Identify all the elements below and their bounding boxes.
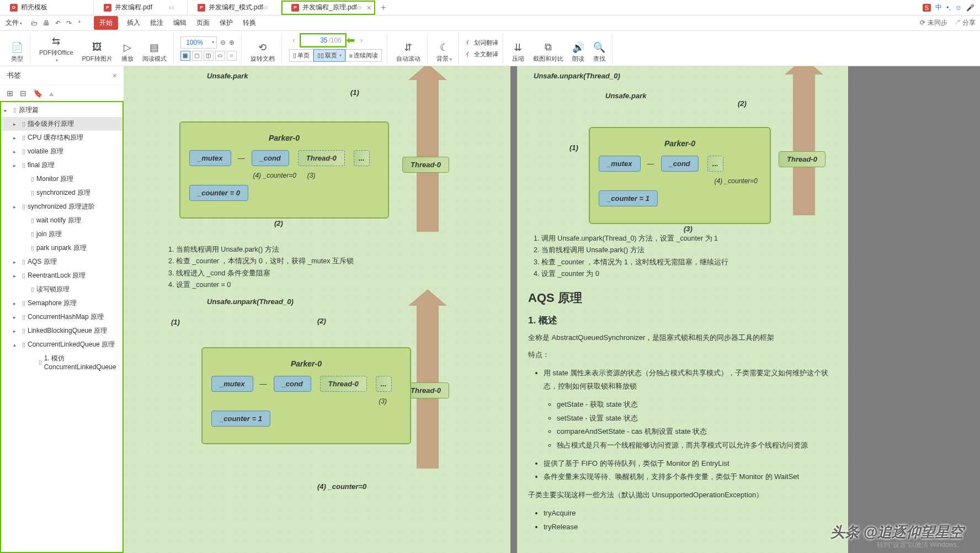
auto-scroll-button[interactable]: ⇵自动滚动 [394,35,423,64]
add-bookmark-icon[interactable]: ⊞ [7,89,13,98]
open-icon[interactable]: 🗁 [31,19,38,27]
mutex-chip: _mutex [599,156,641,172]
bookmark-item[interactable]: ▸▯LinkedBlockingQueue 原理 [0,324,124,338]
chevron-icon[interactable]: ▸ [4,108,11,113]
qat-dropdown-icon[interactable]: ▾ [78,19,81,27]
bookmark-item[interactable]: ▸▯AQS 原理 [0,255,124,269]
compress-button[interactable]: ⇊压缩 [510,35,526,64]
chevron-icon[interactable]: ▸ [13,259,20,265]
chevron-icon[interactable]: ▸ [13,273,20,279]
bookmark-item[interactable]: ▸▯Semaphore 原理 [0,296,124,310]
view-mode-icons: ▦ ▢ ◫ ▭ ○ [180,51,237,61]
ime-smile-icon[interactable]: ☺ [955,4,962,12]
actual-size-icon[interactable]: ◫ [204,51,214,61]
file-menu[interactable]: 文件▾ [4,16,23,30]
bookmark-item[interactable]: ▯synchronized 原理 [0,186,124,200]
green-arrow-indicator: ⬅ [347,34,355,46]
pdf-to-office-button[interactable]: ⇆PDF转Office▾ [37,35,76,64]
bookmark-item[interactable]: ▯读写锁原理 [0,283,124,296]
ime-punct-icon[interactable]: •, [946,4,951,12]
fit-page-icon[interactable]: ▢ [192,51,202,61]
bookmark-item[interactable]: ▯park unpark 原理 [0,241,124,255]
document-viewport[interactable]: Unsafe.park Thread-0 (1) Parker-0 _mutex… [124,66,980,553]
tab-daoke[interactable]: D稻壳模板 [0,1,94,15]
bookmark-item[interactable]: ▸▯synchronized 原理进阶 [0,200,124,214]
chevron-icon[interactable]: ▸ [13,121,20,127]
ime-mic-icon[interactable]: 🎤 [966,4,974,12]
bookmark-outline-icon[interactable]: ⟁ [49,89,54,98]
fit-width-icon[interactable]: ▦ [180,51,190,61]
bookmark-tree[interactable]: ▸▯原理篇▸▯指令级并行原理▸▯CPU 缓存结构原理▸▯volatile 原理▸… [0,101,124,553]
share-button[interactable]: ↗ 分享 [954,18,976,28]
bookmark-item[interactable]: ▸▯ReentrantLock 原理 [0,269,124,283]
tab-pdf-3[interactable]: P并发编程_原理.pdf▭× [281,1,375,15]
fit-visible-icon[interactable]: ▭ [215,51,225,61]
full-translate-button[interactable]: ⺅全文翻译 [466,50,498,59]
next-page-button[interactable]: › [356,36,367,44]
background-button[interactable]: ☾背景▾ [434,35,454,64]
read-mode-button[interactable]: ▤阅读模式 [140,35,169,64]
read-aloud-button[interactable]: 🔊朗读 [570,35,587,64]
menu-insert[interactable]: 插入 [126,16,141,30]
word-translate-button[interactable]: ⺅划词翻译 [466,39,498,47]
chevron-icon[interactable]: ▸ [13,135,20,141]
zoom-in-icon[interactable]: ⊕ [229,39,235,46]
page-input[interactable]: 35/106 [301,34,345,46]
print-icon[interactable]: 🖶 [43,19,50,27]
bookmark-item[interactable]: ▯join 原理 [0,227,124,241]
zoom-out-icon[interactable]: ⊖ [220,39,226,46]
bookmark-item[interactable]: ▯wait notify 原理 [0,214,124,227]
ime-badge[interactable]: S [923,4,931,12]
tab-menu-icon[interactable]: ▭ [263,4,268,10]
undo-icon[interactable]: ↶ [55,19,61,27]
bookmark-item[interactable]: ▸▯volatile 原理 [0,145,124,158]
single-page-button[interactable]: ▯ 单页 [289,49,313,62]
menu-protect[interactable]: 保护 [219,16,234,30]
bookmark-item[interactable]: ▴▯ConcurrentLinkedQueue 原理 [0,338,124,352]
menu-start[interactable]: 开始 [94,16,118,30]
menu-convert[interactable]: 转换 [242,16,257,30]
close-icon[interactable]: × [367,3,371,12]
chevron-icon[interactable]: ▸ [13,315,20,320]
screenshot-compare-button[interactable]: ⧉截图和对比 [531,35,566,64]
bookmark-icon[interactable]: 🔖 [33,89,42,98]
expand-all-icon[interactable]: ⊟ [20,89,26,98]
menu-page[interactable]: 页面 [195,16,211,30]
chevron-icon[interactable]: ▴ [13,342,20,348]
bookmark-item[interactable]: ▸▯原理篇 [0,103,124,117]
menu-edit[interactable]: 编辑 [172,16,188,30]
chevron-icon[interactable]: ▸ [13,149,20,155]
chevron-icon[interactable]: ▸ [13,301,20,306]
prev-page-button[interactable]: ‹ [289,36,300,44]
bookmark-item[interactable]: ▸▯指令级并行原理 [0,117,124,131]
sync-status[interactable]: ⟳ 未同步 [920,18,947,28]
pdf-to-image-button[interactable]: 🖼PDF转图片 [80,35,115,64]
play-button[interactable]: ▷播放 [119,35,136,64]
ime-lang[interactable]: 中 [935,3,942,12]
bookmark-item[interactable]: ▸▯ConcurrentHashMap 原理 [0,310,124,324]
menu-annotate[interactable]: 批注 [149,16,164,30]
chevron-icon[interactable]: ▸ [13,163,20,168]
mutex-chip: _mutex [211,376,253,392]
chevron-icon[interactable]: ▸ [13,328,20,334]
bookmark-item[interactable]: ▸▯final 原理 [0,158,124,172]
tab-pdf-1[interactable]: P并发编程.pdf▭ [94,1,188,15]
view-mode-5-icon[interactable]: ○ [227,51,237,61]
add-tab-button[interactable]: + [375,3,392,13]
double-page-button[interactable]: ▯▯ 双页▾ [313,49,345,62]
bookmark-label: wait notify 原理 [36,216,81,225]
chevron-icon[interactable]: ▸ [13,204,20,210]
tab-menu-icon[interactable]: ▭ [169,4,174,10]
zoom-input[interactable]: 100%▾ [180,36,217,49]
bookmark-item[interactable]: ▯1. 模仿 ConcurrentLinkedQueue [0,352,124,373]
rotate-button[interactable]: ⟲旋转文档 [248,35,277,64]
bookmark-item[interactable]: ▯Monitor 原理 [0,172,124,186]
close-icon[interactable]: × [113,71,117,80]
bookmark-item[interactable]: ▸▯CPU 缓存结构原理 [0,131,124,145]
continuous-button[interactable]: ≡ 连续阅读 [345,49,382,62]
redo-icon[interactable]: ↷ [66,19,72,27]
tab-menu-icon[interactable]: ▭ [356,4,361,10]
pdf-type-button[interactable]: 📄类型 [9,35,25,64]
find-button[interactable]: 🔍查找 [591,35,608,64]
tab-pdf-2[interactable]: P并发编程_模式.pdf▭ [188,1,281,15]
